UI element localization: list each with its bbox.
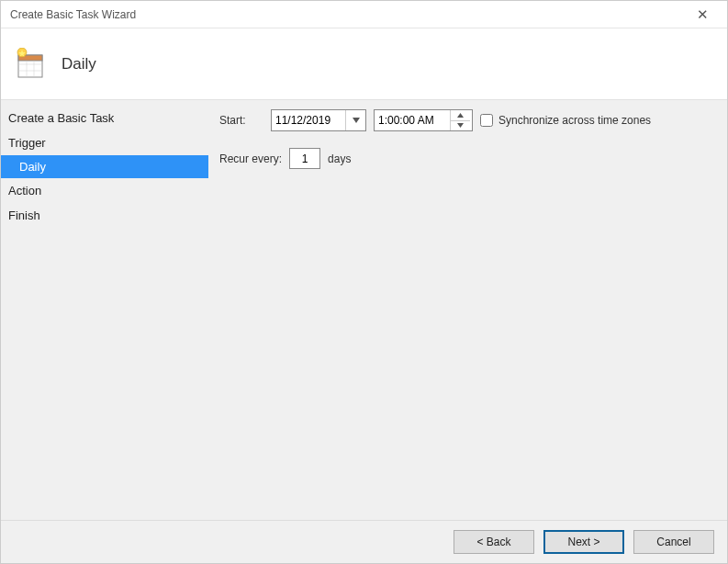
chevron-down-icon (353, 118, 360, 123)
close-button[interactable]: ✕ (689, 6, 716, 23)
chevron-up-icon (457, 113, 464, 118)
recur-label: Recur every: (219, 152, 282, 165)
chevron-down-icon (457, 123, 464, 128)
recur-days-input[interactable] (289, 148, 320, 169)
recur-unit-label: days (328, 152, 351, 165)
start-date-field[interactable] (271, 109, 366, 131)
time-spinner-down[interactable] (451, 121, 470, 131)
wizard-footer: < Back Next > Cancel (1, 520, 727, 563)
start-date-input[interactable] (272, 110, 345, 130)
sidebar-item-action[interactable]: Action (1, 178, 208, 203)
sidebar-item-create-basic-task[interactable]: Create a Basic Task (1, 106, 208, 130)
calendar-icon (14, 48, 47, 81)
sidebar-item-finish[interactable]: Finish (1, 203, 208, 228)
wizard-sidebar: Create a Basic Task Trigger Daily Action… (1, 100, 208, 520)
wizard-window: Create Basic Task Wizard ✕ Daily Create … (0, 0, 728, 564)
wizard-main: Start: (208, 100, 727, 520)
titlebar: Create Basic Task Wizard ✕ (1, 1, 727, 28)
cancel-button[interactable]: Cancel (633, 530, 714, 554)
sync-timezone-input[interactable] (480, 114, 493, 127)
sync-timezone-checkbox[interactable]: Synchronize across time zones (480, 114, 651, 127)
start-time-input[interactable] (375, 110, 450, 130)
date-dropdown-button[interactable] (345, 110, 365, 130)
recur-row: Recur every: days (219, 148, 716, 169)
sync-timezone-label: Synchronize across time zones (498, 114, 651, 127)
sidebar-item-trigger[interactable]: Trigger (1, 130, 208, 155)
window-title: Create Basic Task Wizard (10, 8, 136, 21)
back-button[interactable]: < Back (454, 530, 534, 554)
start-label: Start: (219, 114, 263, 127)
time-spinner-up[interactable] (451, 110, 470, 121)
start-row: Start: (219, 109, 716, 131)
time-spinner (450, 110, 470, 130)
sidebar-item-daily[interactable]: Daily (1, 155, 208, 178)
start-time-field[interactable] (374, 109, 473, 131)
next-button[interactable]: Next > (543, 530, 624, 554)
wizard-body: Create a Basic Task Trigger Daily Action… (1, 100, 727, 520)
page-title: Daily (62, 55, 96, 73)
wizard-header: Daily (1, 28, 727, 100)
